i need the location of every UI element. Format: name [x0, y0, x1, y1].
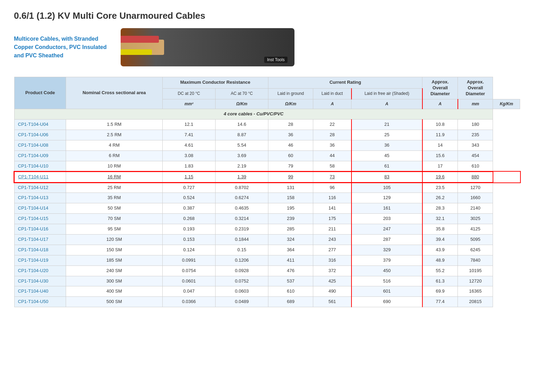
th-unit-ac: Ω/Km [268, 99, 313, 109]
th-ac: AC at 70 °C [216, 88, 268, 99]
th-unit-ground: A [313, 99, 351, 109]
th-unit-dc: Ω/Km [216, 99, 268, 109]
table-row: CP1-T104-U096 RM3.083.6960444515.6454 [14, 150, 520, 161]
intro-section: Multicore Cables, with Stranded Copper C… [14, 28, 520, 66]
th-dc: DC at 20 °C [162, 88, 216, 99]
table-row: CP1-T104-U40400 SM0.0470.060361049060169… [14, 286, 520, 297]
th-product-code: Product Code [14, 77, 66, 109]
table-row: CP1-T104-U084 RM4.615.5446363614343 [14, 140, 520, 150]
th-laid-free: Laid in free air (Shaded) [351, 88, 422, 99]
th-unit-free: A [422, 99, 458, 109]
table-row: CP1-T104-U20240 SM0.07540.09284763724505… [14, 266, 520, 276]
table-row: CP1-T104-U1335 RM0.5240.627415811612926.… [14, 193, 520, 203]
intro-text: Multicore Cables, with Stranded Copper C… [14, 35, 107, 60]
table-row: CP1-T104-U1225 RM0.7270.87021319610523.5… [14, 182, 520, 193]
table-row: CP1-T104-U1695 SM0.1930.231928521124735.… [14, 224, 520, 235]
page-title: 0.6/1 (1.2) KV Multi Core Unarmoured Cab… [14, 10, 520, 21]
th-unit-nominal: mm² [162, 99, 216, 109]
th-laid-duct: Laid in duct [313, 88, 351, 99]
th-laid-ground: Laid in ground [268, 88, 313, 99]
table-row: CP1-T104-U30300 SM0.06010.07525374255166… [14, 276, 520, 286]
section-header-row: 4 core cables - Cu/PVC/PVC [14, 109, 520, 120]
data-table: Product Code Nominal Cross sectional are… [14, 77, 520, 307]
th-current-rating: Current Rating [268, 77, 422, 89]
th-nominal: Nominal Cross sectional area [66, 77, 162, 109]
table-row: CP1-T104-U1450 SM0.3870.463519514116128.… [14, 203, 520, 214]
th-max-conductor: Maximum Conductor Resistance [162, 77, 268, 89]
th-unit-duct: A [351, 99, 422, 109]
table-row: CP1-T104-U18150 SM0.1240.1536427732943.9… [14, 245, 520, 255]
table-row: CP1-T104-U19185 SM0.09910.12064113163794… [14, 255, 520, 266]
th-unit-diameter: mm [458, 99, 493, 109]
cable-image: Inst Tools [121, 28, 294, 66]
table-row: CP1-T104-U50500 SM0.03660.04896895616907… [14, 297, 520, 307]
th-unit-weight: Kg/Km [493, 99, 520, 109]
th-approx-diameter: Approx.OverallDiameter [422, 77, 458, 99]
table-row: CP1-T104-U1570 SM0.2680.321423917520332.… [14, 214, 520, 224]
table-row: CP1-T104-U062.5 RM7.418.8736282511.9235 [14, 130, 520, 140]
table-row: CP1-T104-U041.5 RM12.114.628222110.8180 [14, 120, 520, 130]
table-row: CP1-T104-U1010 RM1.832.1979586117610 [14, 161, 520, 171]
table-row: CP1-T104-U17120 SM0.1530.184432424328739… [14, 234, 520, 245]
table-row: CP1-T104-U1116 RM1.151.3999738319.6880 [14, 172, 520, 182]
th-approx-weight: Approx.OverallDiameter [458, 77, 493, 99]
